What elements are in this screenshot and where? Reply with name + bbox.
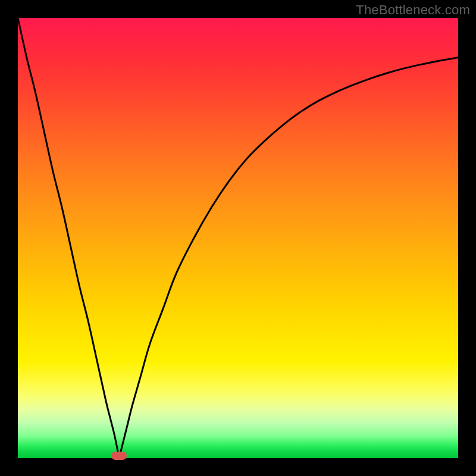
watermark-text: TheBottleneck.com bbox=[356, 2, 470, 18]
curve-left-branch bbox=[18, 18, 119, 458]
plot-area bbox=[18, 18, 458, 458]
minimum-marker bbox=[111, 452, 127, 460]
curve-layer bbox=[18, 18, 458, 458]
chart-container: TheBottleneck.com bbox=[0, 0, 476, 476]
curve-right-branch bbox=[119, 58, 458, 458]
